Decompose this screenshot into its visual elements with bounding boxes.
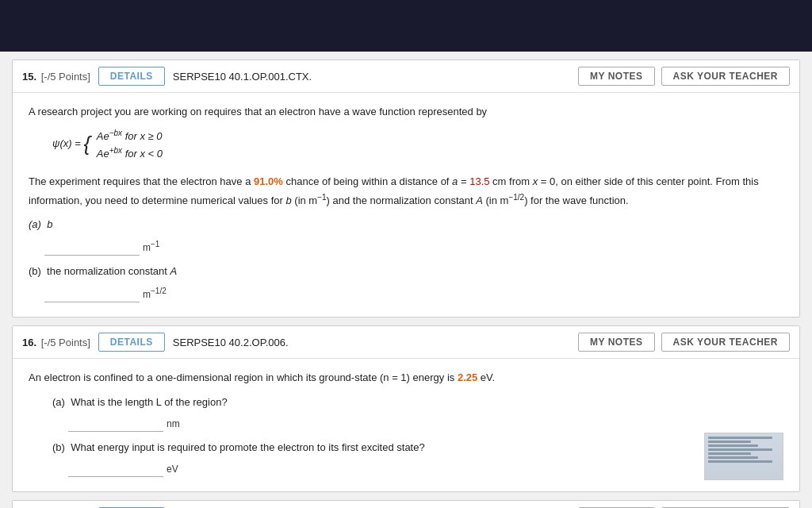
part-b-input-row-16: eV: [68, 461, 783, 477]
question-header-17: 17. [-/5 Points] DETAILS SERPSE10 41.1.P…: [13, 501, 799, 508]
part-a-input-row-15: m−1: [44, 238, 783, 256]
question-number-16: 16. [-/5 Points]: [22, 337, 90, 348]
thumb-line2: [708, 441, 751, 443]
question-number-15: 15. [-/5 Points]: [22, 71, 90, 83]
part-a-label-16: (a) What is the length L of the region?: [52, 396, 228, 408]
question-intro-16: An electron is confined to a one-dimensi…: [29, 370, 783, 387]
question-header-16: 16. [-/5 Points] DETAILS SERPSE10 40.2.O…: [13, 326, 799, 359]
part-b-input-row-15: m−1/2: [44, 285, 783, 302]
thumb-line4: [708, 448, 772, 451]
part-a-input-16[interactable]: [68, 416, 163, 432]
thumb-line7: [708, 460, 772, 463]
question-block-15: 15. [-/5 Points] DETAILS SERPSE10 40.1.O…: [12, 60, 800, 318]
part-b-input-15[interactable]: [44, 287, 140, 302]
thumb-line6: [708, 456, 758, 459]
header-buttons-16: MY NOTES ASK YOUR TEACHER: [578, 333, 790, 352]
thumbnail-content-16: [705, 433, 783, 479]
part-b-unit-16: eV: [167, 462, 178, 477]
part-b-label-16: (b) What energy input is required to pro…: [52, 441, 425, 453]
question-block-17: 17. [-/5 Points] DETAILS SERPSE10 41.1.P…: [12, 500, 800, 508]
preview-thumbnail-16: [704, 433, 783, 480]
part-b-16: (b) What energy input is required to pro…: [52, 440, 783, 477]
part-b-input-16[interactable]: [68, 461, 163, 477]
part-a-unit-16: nm: [167, 417, 180, 432]
question-body-15: A research project you are working on re…: [13, 93, 799, 317]
piecewise-function-15: ψ(x) = { Ae−bx for x ≥ 0 Ae+bx for x < 0: [52, 127, 163, 162]
thumb-line5: [708, 452, 751, 455]
piecewise-case1: Ae−bx for x ≥ 0: [97, 127, 163, 144]
part-b-label-15: (b) the normalization constant A: [29, 265, 177, 277]
question-description-15: The experiment requires that the electro…: [29, 174, 783, 209]
piecewise-case2: Ae+bx for x < 0: [97, 144, 163, 162]
ask-teacher-button-16[interactable]: ASK YOUR TEACHER: [661, 333, 790, 352]
highlight-value-15: 13.5: [469, 175, 489, 187]
question-code-16: SERPSE10 40.2.OP.006.: [173, 337, 570, 348]
question-intro-15: A research project you are working on re…: [29, 104, 783, 121]
part-b-15: (b) the normalization constant A m−1/2: [29, 264, 783, 302]
part-a-unit-15: m−1: [143, 238, 159, 256]
part-a-label-15: (a) b: [29, 218, 52, 230]
my-notes-button-16[interactable]: MY NOTES: [578, 333, 654, 352]
highlight-percent-15: 91.0%: [254, 175, 283, 187]
part-a-input-15[interactable]: [44, 240, 140, 256]
my-notes-button-15[interactable]: MY NOTES: [578, 67, 654, 86]
highlight-value-16: 2.25: [458, 371, 477, 383]
details-button-15[interactable]: DETAILS: [98, 67, 165, 86]
part-b-unit-15: m−1/2: [143, 285, 167, 302]
ask-teacher-button-15[interactable]: ASK YOUR TEACHER: [661, 67, 790, 86]
thumb-line3: [708, 444, 758, 447]
details-button-16[interactable]: DETAILS: [98, 333, 165, 352]
question-block-16: 16. [-/5 Points] DETAILS SERPSE10 40.2.O…: [12, 325, 800, 492]
thumb-line1: [708, 437, 772, 439]
question-code-15: SERPSE10 40.1.OP.001.CTX.: [173, 71, 570, 83]
part-a-input-row-16: nm: [68, 416, 783, 432]
question-header-15: 15. [-/5 Points] DETAILS SERPSE10 40.1.O…: [13, 60, 799, 93]
part-a-16: (a) What is the length L of the region? …: [52, 394, 783, 432]
part-a-15: (a) b m−1: [29, 217, 783, 256]
header-buttons-15: MY NOTES ASK YOUR TEACHER: [578, 67, 790, 86]
top-navigation-bar: [0, 0, 812, 52]
question-body-16: An electron is confined to a one-dimensi…: [13, 359, 799, 491]
